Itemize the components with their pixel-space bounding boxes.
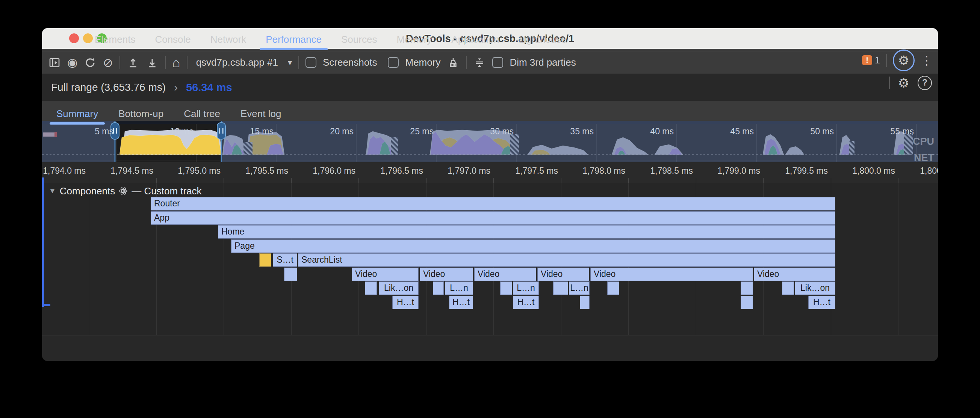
timeline-overview[interactable]: 5 ms10 ms15 ms20 ms25 ms30 ms35 ms40 ms4…: [42, 121, 938, 162]
tab-performance[interactable]: Performance: [256, 28, 331, 51]
tab-bar-right-cluster: ! 1 ⚙ ⋮: [862, 49, 933, 72]
flame-bar-video[interactable]: Video: [474, 268, 536, 281]
ruler-label: 1,796.0 ms: [300, 166, 355, 176]
overview-time-label: 45 ms: [730, 127, 754, 136]
flame-bar-app[interactable]: App: [151, 211, 835, 225]
flame-gridline: [898, 183, 899, 335]
breadcrumb-full-range[interactable]: Full range (3,653.76 ms): [51, 81, 166, 93]
flame-bar-h-t[interactable]: H…t: [808, 296, 835, 309]
cpu-lane-label: CPU: [913, 136, 934, 147]
flame-bar-anon[interactable]: [365, 282, 377, 295]
track-bottom-line: [42, 335, 938, 336]
collapse-sections-icon[interactable]: [473, 56, 486, 69]
flame-gridline: [89, 183, 89, 335]
flame-bar-searchlist[interactable]: SearchList: [298, 253, 835, 267]
track-selection-accent-tick: [42, 304, 50, 306]
tab-memory[interactable]: Memory: [387, 28, 442, 51]
tab-network[interactable]: Network: [200, 28, 256, 51]
flame-bar-video[interactable]: Video: [590, 268, 753, 281]
target-label: qsvd7p.csb.app #1: [196, 57, 278, 68]
flame-bar-h-t[interactable]: H…t: [392, 296, 418, 309]
divider: [165, 56, 166, 69]
breadcrumb-chevron-icon: ›: [174, 81, 178, 94]
ruler-label: 1,794.5 ms: [98, 166, 153, 176]
record-icon[interactable]: ◉: [67, 55, 77, 70]
flame-bar-video[interactable]: Video: [754, 268, 835, 281]
details-tab-event-log[interactable]: Event log: [232, 101, 290, 127]
tab-console[interactable]: Console: [145, 28, 200, 51]
flame-bar-page[interactable]: Page: [231, 239, 835, 253]
flame-bar-l-n[interactable]: L…n: [513, 282, 539, 295]
flame-bar-video[interactable]: Video: [420, 268, 473, 281]
download-profile-icon[interactable]: [146, 56, 159, 69]
ruler-tick: [898, 178, 899, 183]
panel-tabs: ElementsConsoleNetworkPerformanceSources…: [85, 28, 576, 51]
target-selector-dropdown[interactable]: qsvd7p.csb.app #1 ▾: [194, 57, 292, 68]
overview-time-label: 50 ms: [810, 127, 834, 136]
breadcrumb-selection[interactable]: 56.34 ms: [186, 81, 232, 94]
ruler-tick: [89, 178, 89, 183]
overview-time-label: 5 ms: [95, 127, 113, 136]
help-icon[interactable]: ?: [918, 76, 932, 90]
kebab-menu-icon[interactable]: ⋮: [921, 53, 933, 68]
flame-bar-anon[interactable]: [259, 253, 271, 267]
capture-settings-gear-icon[interactable]: ⚙: [898, 75, 909, 90]
reload-record-icon[interactable]: [84, 56, 97, 69]
toggle-sidebar-icon[interactable]: [48, 56, 61, 69]
flame-bar-h-t[interactable]: H…t: [513, 296, 539, 309]
divider: [187, 56, 188, 69]
overview-cpu-chart[interactable]: 5 ms10 ms15 ms20 ms25 ms30 ms35 ms40 ms4…: [42, 121, 938, 162]
flame-bar-anon[interactable]: [607, 282, 619, 295]
ruler-label: 1,795.0 ms: [165, 166, 221, 176]
react-atom-icon: [119, 187, 128, 195]
dim-3rd-parties-label: Dim 3rd parties: [509, 57, 576, 68]
tab-application[interactable]: Application: [442, 28, 509, 51]
flame-bar-lik-on[interactable]: Lik…on: [795, 282, 835, 295]
tab-elements[interactable]: Elements: [85, 28, 145, 51]
flame-bar-s-t[interactable]: S…t: [273, 253, 297, 267]
flame-bar-router[interactable]: Router: [151, 197, 835, 211]
flame-bar-home[interactable]: Home: [218, 225, 835, 239]
flame-bar-anon[interactable]: [553, 282, 568, 295]
tab-lighthouse[interactable]: Lighthouse: [509, 28, 576, 51]
flame-bar-anon[interactable]: [741, 296, 753, 309]
flame-bar-video[interactable]: Video: [537, 268, 589, 281]
handle-grip-line: [223, 128, 224, 134]
home-icon[interactable]: ⌂: [172, 55, 180, 71]
flame-bar-h-t[interactable]: H…t: [449, 296, 473, 309]
flame-chart[interactable]: ▼ Components — Custom track RouterAppHom…: [42, 183, 938, 336]
ruler-label: 1,798.5 ms: [637, 166, 693, 176]
flame-bar-anon[interactable]: [782, 282, 794, 295]
ruler-label: 1,794.0 ms: [42, 166, 86, 176]
collapse-triangle-icon[interactable]: ▼: [49, 187, 56, 195]
details-tab-bottom-up[interactable]: Bottom-up: [110, 101, 172, 127]
overview-time-label: 30 ms: [490, 127, 514, 136]
active-tab-underline: [49, 122, 105, 125]
ruler-tick: [696, 178, 696, 183]
dim-3rd-parties-checkbox[interactable]: [492, 57, 503, 68]
upload-profile-icon[interactable]: [127, 56, 139, 69]
flame-bar-anon[interactable]: [284, 268, 297, 281]
screenshots-checkbox[interactable]: [305, 57, 317, 68]
flame-bar-l-n[interactable]: L…n: [445, 282, 473, 295]
flame-bar-l-n[interactable]: L…n: [569, 282, 590, 295]
ruler-label: 1,800.0 ms: [840, 166, 895, 176]
details-tab-call-tree[interactable]: Call tree: [175, 101, 229, 127]
custom-track-header[interactable]: ▼ Components — Custom track: [49, 185, 202, 197]
flame-bar-video[interactable]: Video: [352, 268, 418, 281]
tab-sources[interactable]: Sources: [331, 28, 387, 51]
memory-checkbox[interactable]: [388, 57, 399, 68]
settings-gear-button[interactable]: ⚙: [893, 49, 915, 71]
flame-bar-anon[interactable]: [741, 282, 753, 295]
garbage-collect-icon[interactable]: [447, 56, 460, 69]
clear-icon[interactable]: ⊘: [103, 55, 113, 70]
flame-bar-anon[interactable]: [580, 296, 590, 309]
flame-bar-anon[interactable]: [500, 282, 512, 295]
timeline-ruler: 1,794.0 ms1,794.5 ms1,795.0 ms1,795.5 ms…: [42, 162, 938, 183]
details-tab-summary[interactable]: Summary: [48, 101, 107, 127]
flame-bar-anon[interactable]: [433, 282, 444, 295]
dropdown-chevron-icon: ▾: [288, 58, 292, 68]
error-indicator[interactable]: ! 1: [862, 55, 880, 66]
flame-bar-lik-on[interactable]: Lik…on: [379, 282, 418, 295]
ruler-label: 1,797.5 ms: [503, 166, 558, 176]
